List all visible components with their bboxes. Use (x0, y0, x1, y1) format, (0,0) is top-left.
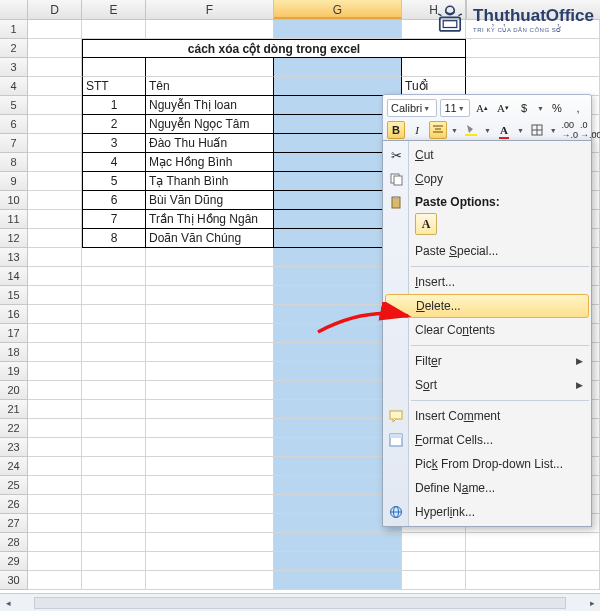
cell[interactable] (146, 457, 274, 476)
cell[interactable] (274, 20, 402, 39)
increase-decimal-button[interactable]: .0→.00 (582, 121, 600, 139)
cell-ten[interactable]: Nguyễn Ngọc Tâm (146, 115, 274, 134)
cell[interactable] (28, 39, 82, 58)
cell[interactable] (146, 324, 274, 343)
menu-define-name[interactable]: Define Name... (383, 476, 591, 500)
horizontal-scrollbar[interactable]: ◂ ▸ (0, 593, 600, 611)
row-header-29[interactable]: 29 (0, 552, 28, 571)
select-all-corner[interactable] (0, 0, 28, 19)
cell[interactable] (82, 248, 146, 267)
percent-format-button[interactable]: % (548, 99, 566, 117)
cell[interactable] (28, 400, 82, 419)
column-header-E[interactable]: E (82, 0, 146, 19)
font-color-button[interactable]: A (495, 121, 513, 139)
cell[interactable] (402, 571, 466, 590)
column-header-G[interactable]: G (274, 0, 402, 19)
decrease-decimal-button[interactable]: .00→.0 (561, 121, 579, 139)
row-header-10[interactable]: 10 (0, 191, 28, 210)
cell[interactable] (146, 381, 274, 400)
row-header-30[interactable]: 30 (0, 571, 28, 590)
row-header-17[interactable]: 17 (0, 324, 28, 343)
cell[interactable] (274, 533, 402, 552)
row-header-2[interactable]: 2 (0, 39, 28, 58)
cell[interactable] (82, 20, 146, 39)
cell[interactable] (274, 77, 402, 96)
cell-stt[interactable]: 3 (82, 134, 146, 153)
cell[interactable] (28, 495, 82, 514)
row-header-4[interactable]: 4 (0, 77, 28, 96)
cell-filler[interactable] (466, 58, 600, 77)
cell[interactable] (146, 552, 274, 571)
cell[interactable] (28, 343, 82, 362)
cell[interactable] (82, 58, 146, 77)
cell[interactable] (82, 476, 146, 495)
cell[interactable] (82, 552, 146, 571)
cell-filler[interactable] (466, 533, 600, 552)
cell[interactable] (28, 476, 82, 495)
cell[interactable] (402, 58, 466, 77)
cell-filler[interactable] (466, 39, 600, 58)
italic-button[interactable]: I (408, 121, 426, 139)
cell[interactable] (146, 58, 274, 77)
header-stt[interactable]: STT (82, 77, 146, 96)
cell[interactable] (28, 457, 82, 476)
cell[interactable] (146, 362, 274, 381)
cell[interactable] (146, 267, 274, 286)
cell[interactable] (82, 495, 146, 514)
cell-ten[interactable]: Trần Thị Hồng Ngân (146, 210, 274, 229)
menu-insert[interactable]: Insert... (383, 270, 591, 294)
header-ten[interactable]: Tên (146, 77, 274, 96)
font-name-dropdown[interactable]: Calibri▼ (387, 99, 437, 117)
menu-hyperlink[interactable]: Hyperlink... (383, 500, 591, 524)
menu-copy[interactable]: Copy (383, 167, 591, 191)
cell[interactable] (28, 115, 82, 134)
cell[interactable] (28, 210, 82, 229)
row-header-23[interactable]: 23 (0, 438, 28, 457)
cell[interactable] (146, 286, 274, 305)
cell[interactable] (28, 153, 82, 172)
cell[interactable] (146, 343, 274, 362)
cell-ten[interactable]: Nguyễn Thị loan (146, 96, 274, 115)
row-header-21[interactable]: 21 (0, 400, 28, 419)
row-header-18[interactable]: 18 (0, 343, 28, 362)
cell[interactable] (28, 533, 82, 552)
comma-format-button[interactable]: , (569, 99, 587, 117)
cell[interactable] (274, 571, 402, 590)
cell[interactable] (28, 77, 82, 96)
row-header-28[interactable]: 28 (0, 533, 28, 552)
row-header-14[interactable]: 14 (0, 267, 28, 286)
borders-button[interactable] (528, 121, 546, 139)
font-size-dropdown[interactable]: 11▼ (440, 99, 470, 117)
scroll-track[interactable] (34, 597, 566, 609)
row-header-26[interactable]: 26 (0, 495, 28, 514)
cell[interactable] (82, 324, 146, 343)
cell-ten[interactable]: Doãn Văn Chúng (146, 229, 274, 248)
cell-stt[interactable]: 1 (82, 96, 146, 115)
row-header-24[interactable]: 24 (0, 457, 28, 476)
cell[interactable] (82, 400, 146, 419)
cell-stt[interactable]: 6 (82, 191, 146, 210)
cell[interactable] (28, 191, 82, 210)
cell[interactable] (28, 286, 82, 305)
menu-sort[interactable]: Sort▶ (383, 373, 591, 397)
cell-stt[interactable]: 8 (82, 229, 146, 248)
cell[interactable] (28, 96, 82, 115)
cell-ten[interactable]: Đào Thu Huấn (146, 134, 274, 153)
menu-filter[interactable]: Filter▶ (383, 349, 591, 373)
cell[interactable] (146, 20, 274, 39)
cell[interactable] (28, 305, 82, 324)
cell[interactable] (146, 419, 274, 438)
cell[interactable] (28, 514, 82, 533)
fill-color-button[interactable] (462, 121, 480, 139)
cell[interactable] (28, 324, 82, 343)
cell[interactable] (274, 58, 402, 77)
cell[interactable] (402, 533, 466, 552)
cell[interactable] (82, 514, 146, 533)
cell[interactable] (82, 571, 146, 590)
cell-stt[interactable]: 7 (82, 210, 146, 229)
cell[interactable] (82, 457, 146, 476)
center-align-button[interactable] (429, 121, 447, 139)
cell[interactable] (82, 305, 146, 324)
cell-stt[interactable]: 2 (82, 115, 146, 134)
cell[interactable] (146, 305, 274, 324)
